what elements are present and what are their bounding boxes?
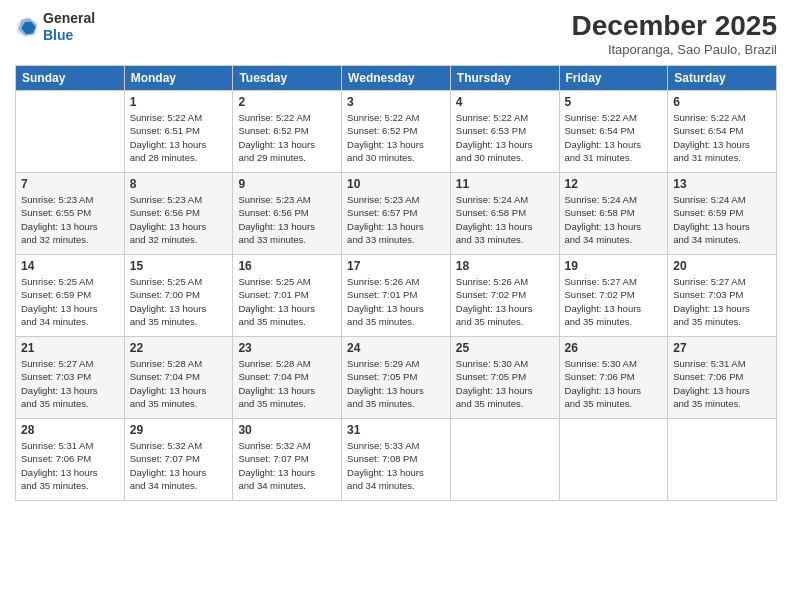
title-block: December 2025 Itaporanga, Sao Paulo, Bra… xyxy=(572,10,777,57)
day-info: Sunrise: 5:23 AM Sunset: 6:55 PM Dayligh… xyxy=(21,193,119,246)
calendar-cell: 21Sunrise: 5:27 AM Sunset: 7:03 PM Dayli… xyxy=(16,337,125,419)
day-info: Sunrise: 5:25 AM Sunset: 6:59 PM Dayligh… xyxy=(21,275,119,328)
calendar-cell: 8Sunrise: 5:23 AM Sunset: 6:56 PM Daylig… xyxy=(124,173,233,255)
day-info: Sunrise: 5:25 AM Sunset: 7:01 PM Dayligh… xyxy=(238,275,336,328)
day-info: Sunrise: 5:22 AM Sunset: 6:52 PM Dayligh… xyxy=(347,111,445,164)
logo-icon xyxy=(15,15,39,39)
day-info: Sunrise: 5:23 AM Sunset: 6:57 PM Dayligh… xyxy=(347,193,445,246)
calendar-cell: 10Sunrise: 5:23 AM Sunset: 6:57 PM Dayli… xyxy=(342,173,451,255)
day-number: 18 xyxy=(456,259,554,273)
day-info: Sunrise: 5:22 AM Sunset: 6:54 PM Dayligh… xyxy=(673,111,771,164)
day-number: 9 xyxy=(238,177,336,191)
day-number: 12 xyxy=(565,177,663,191)
calendar-week-0: 1Sunrise: 5:22 AM Sunset: 6:51 PM Daylig… xyxy=(16,91,777,173)
day-number: 15 xyxy=(130,259,228,273)
calendar-cell: 25Sunrise: 5:30 AM Sunset: 7:05 PM Dayli… xyxy=(450,337,559,419)
location: Itaporanga, Sao Paulo, Brazil xyxy=(572,42,777,57)
day-number: 28 xyxy=(21,423,119,437)
day-info: Sunrise: 5:27 AM Sunset: 7:02 PM Dayligh… xyxy=(565,275,663,328)
day-info: Sunrise: 5:28 AM Sunset: 7:04 PM Dayligh… xyxy=(130,357,228,410)
calendar-cell: 6Sunrise: 5:22 AM Sunset: 6:54 PM Daylig… xyxy=(668,91,777,173)
day-info: Sunrise: 5:23 AM Sunset: 6:56 PM Dayligh… xyxy=(238,193,336,246)
day-number: 25 xyxy=(456,341,554,355)
day-number: 1 xyxy=(130,95,228,109)
day-info: Sunrise: 5:22 AM Sunset: 6:53 PM Dayligh… xyxy=(456,111,554,164)
day-info: Sunrise: 5:22 AM Sunset: 6:54 PM Dayligh… xyxy=(565,111,663,164)
calendar-cell: 14Sunrise: 5:25 AM Sunset: 6:59 PM Dayli… xyxy=(16,255,125,337)
day-info: Sunrise: 5:30 AM Sunset: 7:06 PM Dayligh… xyxy=(565,357,663,410)
day-info: Sunrise: 5:31 AM Sunset: 7:06 PM Dayligh… xyxy=(21,439,119,492)
col-header-friday: Friday xyxy=(559,66,668,91)
calendar-cell xyxy=(668,419,777,501)
calendar-cell: 31Sunrise: 5:33 AM Sunset: 7:08 PM Dayli… xyxy=(342,419,451,501)
day-number: 4 xyxy=(456,95,554,109)
calendar-cell xyxy=(559,419,668,501)
day-number: 3 xyxy=(347,95,445,109)
day-info: Sunrise: 5:33 AM Sunset: 7:08 PM Dayligh… xyxy=(347,439,445,492)
day-number: 30 xyxy=(238,423,336,437)
day-number: 16 xyxy=(238,259,336,273)
calendar-cell: 23Sunrise: 5:28 AM Sunset: 7:04 PM Dayli… xyxy=(233,337,342,419)
calendar-cell: 19Sunrise: 5:27 AM Sunset: 7:02 PM Dayli… xyxy=(559,255,668,337)
day-info: Sunrise: 5:28 AM Sunset: 7:04 PM Dayligh… xyxy=(238,357,336,410)
day-number: 24 xyxy=(347,341,445,355)
col-header-wednesday: Wednesday xyxy=(342,66,451,91)
calendar-week-2: 14Sunrise: 5:25 AM Sunset: 6:59 PM Dayli… xyxy=(16,255,777,337)
calendar-cell: 16Sunrise: 5:25 AM Sunset: 7:01 PM Dayli… xyxy=(233,255,342,337)
day-info: Sunrise: 5:27 AM Sunset: 7:03 PM Dayligh… xyxy=(21,357,119,410)
day-number: 29 xyxy=(130,423,228,437)
day-number: 13 xyxy=(673,177,771,191)
day-number: 11 xyxy=(456,177,554,191)
day-info: Sunrise: 5:24 AM Sunset: 6:58 PM Dayligh… xyxy=(456,193,554,246)
day-info: Sunrise: 5:30 AM Sunset: 7:05 PM Dayligh… xyxy=(456,357,554,410)
calendar-cell: 29Sunrise: 5:32 AM Sunset: 7:07 PM Dayli… xyxy=(124,419,233,501)
day-number: 22 xyxy=(130,341,228,355)
col-header-monday: Monday xyxy=(124,66,233,91)
day-number: 19 xyxy=(565,259,663,273)
calendar-cell: 17Sunrise: 5:26 AM Sunset: 7:01 PM Dayli… xyxy=(342,255,451,337)
day-info: Sunrise: 5:23 AM Sunset: 6:56 PM Dayligh… xyxy=(130,193,228,246)
day-info: Sunrise: 5:32 AM Sunset: 7:07 PM Dayligh… xyxy=(130,439,228,492)
calendar-cell: 5Sunrise: 5:22 AM Sunset: 6:54 PM Daylig… xyxy=(559,91,668,173)
day-number: 17 xyxy=(347,259,445,273)
col-header-thursday: Thursday xyxy=(450,66,559,91)
calendar-header-row: SundayMondayTuesdayWednesdayThursdayFrid… xyxy=(16,66,777,91)
calendar-cell: 30Sunrise: 5:32 AM Sunset: 7:07 PM Dayli… xyxy=(233,419,342,501)
calendar-cell: 27Sunrise: 5:31 AM Sunset: 7:06 PM Dayli… xyxy=(668,337,777,419)
day-info: Sunrise: 5:29 AM Sunset: 7:05 PM Dayligh… xyxy=(347,357,445,410)
day-number: 7 xyxy=(21,177,119,191)
day-number: 2 xyxy=(238,95,336,109)
day-number: 10 xyxy=(347,177,445,191)
day-info: Sunrise: 5:26 AM Sunset: 7:02 PM Dayligh… xyxy=(456,275,554,328)
month-title: December 2025 xyxy=(572,10,777,42)
calendar-cell: 3Sunrise: 5:22 AM Sunset: 6:52 PM Daylig… xyxy=(342,91,451,173)
calendar-cell: 24Sunrise: 5:29 AM Sunset: 7:05 PM Dayli… xyxy=(342,337,451,419)
calendar-cell: 12Sunrise: 5:24 AM Sunset: 6:58 PM Dayli… xyxy=(559,173,668,255)
calendar-cell: 7Sunrise: 5:23 AM Sunset: 6:55 PM Daylig… xyxy=(16,173,125,255)
day-info: Sunrise: 5:26 AM Sunset: 7:01 PM Dayligh… xyxy=(347,275,445,328)
day-number: 26 xyxy=(565,341,663,355)
day-info: Sunrise: 5:22 AM Sunset: 6:52 PM Dayligh… xyxy=(238,111,336,164)
calendar-cell: 13Sunrise: 5:24 AM Sunset: 6:59 PM Dayli… xyxy=(668,173,777,255)
calendar-cell: 22Sunrise: 5:28 AM Sunset: 7:04 PM Dayli… xyxy=(124,337,233,419)
calendar-cell xyxy=(450,419,559,501)
day-number: 5 xyxy=(565,95,663,109)
calendar-cell: 9Sunrise: 5:23 AM Sunset: 6:56 PM Daylig… xyxy=(233,173,342,255)
calendar-cell: 28Sunrise: 5:31 AM Sunset: 7:06 PM Dayli… xyxy=(16,419,125,501)
day-number: 8 xyxy=(130,177,228,191)
day-info: Sunrise: 5:32 AM Sunset: 7:07 PM Dayligh… xyxy=(238,439,336,492)
calendar-week-3: 21Sunrise: 5:27 AM Sunset: 7:03 PM Dayli… xyxy=(16,337,777,419)
calendar-cell: 1Sunrise: 5:22 AM Sunset: 6:51 PM Daylig… xyxy=(124,91,233,173)
calendar: SundayMondayTuesdayWednesdayThursdayFrid… xyxy=(15,65,777,501)
col-header-saturday: Saturday xyxy=(668,66,777,91)
logo-general: General xyxy=(43,10,95,27)
calendar-week-1: 7Sunrise: 5:23 AM Sunset: 6:55 PM Daylig… xyxy=(16,173,777,255)
calendar-cell: 18Sunrise: 5:26 AM Sunset: 7:02 PM Dayli… xyxy=(450,255,559,337)
logo-blue: Blue xyxy=(43,27,95,44)
calendar-cell: 26Sunrise: 5:30 AM Sunset: 7:06 PM Dayli… xyxy=(559,337,668,419)
col-header-sunday: Sunday xyxy=(16,66,125,91)
day-info: Sunrise: 5:22 AM Sunset: 6:51 PM Dayligh… xyxy=(130,111,228,164)
calendar-cell: 15Sunrise: 5:25 AM Sunset: 7:00 PM Dayli… xyxy=(124,255,233,337)
header: General Blue December 2025 Itaporanga, S… xyxy=(15,10,777,57)
logo-text: General Blue xyxy=(43,10,95,44)
